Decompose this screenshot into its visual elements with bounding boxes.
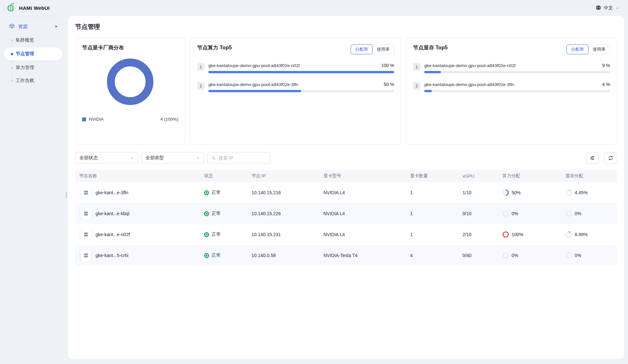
type-filter-value: 全部类型 (146, 155, 164, 161)
chevron-down-icon (130, 156, 134, 160)
caret-down-icon (54, 25, 58, 28)
usage-rate-button[interactable]: 使用率 (588, 44, 610, 54)
memory-allocation-value: 0% (575, 211, 581, 216)
ring-gauge-icon (502, 189, 509, 196)
node-ip: 10.140.0.58 (248, 253, 320, 258)
status-ok-icon (204, 190, 209, 195)
col-header-vgpu: vGPU (459, 174, 498, 179)
page-title: 节点管理 (75, 23, 617, 31)
top5-item: 2 gke-kantaloupe-demo-gpu-pool-a843f02e-… (413, 82, 610, 92)
sidebar-section-resources[interactable]: 资源 (0, 21, 67, 32)
type-filter-select[interactable]: 全部类型 (141, 152, 204, 164)
legend-value: 4 (100%) (160, 117, 178, 122)
compute-allocation-cell: 0% (498, 252, 562, 259)
sidebar-item-node-management[interactable]: 节点管理 (4, 47, 62, 61)
table-settings-button[interactable] (586, 152, 599, 164)
table-body: gke-kant...e-3fln 正常 10.140.15.216 NVIDI… (75, 182, 617, 266)
language-label: 中文 (604, 5, 613, 11)
top5-percent-value: 100 % (381, 63, 394, 68)
vgpu-value: 1/10 (459, 190, 498, 195)
col-header-status: 状态 (200, 173, 248, 179)
node-ip: 10.140.15.216 (248, 190, 320, 195)
ip-search-box (207, 152, 270, 164)
refresh-icon (608, 155, 613, 161)
node-ip: 10.140.15.231 (248, 232, 320, 237)
compute-allocation-cell: 100% (498, 231, 562, 238)
compute-rate-toggle: 分配率 使用率 (351, 44, 394, 54)
node-icon-box (80, 250, 92, 261)
progress-fill (424, 90, 432, 92)
top-bar: HAMi WebUI 中文 (0, 0, 628, 16)
node-name: gke-kant...e-3fln (96, 190, 128, 195)
status-cell: 正常 (200, 232, 248, 237)
table-row[interactable]: gke-kant...e-kbql 正常 10.140.15.226 NVIDI… (75, 203, 617, 224)
status-ok-icon (204, 232, 209, 237)
sidebar-collapse-handle[interactable] (66, 192, 67, 199)
language-selector[interactable]: 中文 (596, 5, 619, 11)
tree-dot-icon (11, 40, 13, 41)
node-name: gke-kant...e-kbql (96, 211, 130, 216)
server-node-icon (83, 190, 89, 196)
progress-track (208, 71, 394, 73)
memory-top5-list: 1 gke-kantaloupe-demo-gpu-pool-a843f02e-… (413, 63, 610, 92)
table-row[interactable]: gke-kant...e-n02f 正常 10.140.15.231 NVIDI… (75, 224, 617, 245)
progress-track (424, 90, 610, 92)
rank-badge: 2 (197, 82, 204, 90)
table-row[interactable]: gke-kant...e-3fln 正常 10.140.15.216 NVIDI… (75, 182, 617, 203)
sidebar-item-cluster-overview[interactable]: 集群概览 (0, 34, 67, 47)
progress-fill (208, 90, 301, 92)
server-node-icon (83, 211, 89, 217)
rank-badge: 1 (197, 63, 204, 71)
allocation-rate-button[interactable]: 分配率 (567, 44, 588, 54)
memory-allocation-cell: 0% (562, 210, 617, 217)
allocation-rate-button[interactable]: 分配率 (351, 44, 373, 54)
app-logo-icon (7, 3, 15, 13)
sidebar-item-label: 节点管理 (16, 51, 34, 57)
top5-item: 1 gke-kantaloupe-demo-gpu-pool-a843f02e-… (413, 63, 610, 73)
compute-allocation-value: 0% (512, 211, 518, 216)
refresh-button[interactable] (604, 152, 617, 164)
sidebar-item-label: 算力管理 (16, 65, 34, 71)
vendor-donut-chart (82, 57, 178, 106)
top5-node-name: gke-kantaloupe-demo-gpu-pool-a843f02e-3f… (424, 82, 514, 87)
compute-allocation-value: 50% (512, 190, 521, 195)
col-header-gpu-model: 显卡型号 (320, 173, 406, 179)
top5-node-name: gke-kantaloupe-demo-gpu-pool-a843f02e-n0… (208, 63, 300, 68)
col-header-node-name: 节点名称 (75, 173, 200, 179)
tree-dot-icon (11, 80, 13, 82)
sidebar-item-workloads[interactable]: 工作负载 (0, 74, 67, 87)
status-text: 正常 (212, 190, 221, 196)
chevron-down-icon (616, 6, 619, 10)
table-settings-icon (590, 155, 595, 161)
sidebar-item-compute-management[interactable]: 算力管理 (0, 61, 67, 74)
compute-top5-list: 1 gke-kantaloupe-demo-gpu-pool-a843f02e-… (197, 63, 394, 92)
status-filter-select[interactable]: 全部状态 (75, 152, 138, 164)
filter-bar: 全部状态 全部类型 (75, 152, 617, 164)
ring-gauge-icon (566, 252, 572, 259)
sidebar-tree: 集群概览 节点管理 算力管理 工作负载 (0, 34, 67, 87)
rank-badge: 1 (413, 63, 420, 71)
main-panel: 节点管理 节点显卡厂商分布 NVIDIA 4 (100%) 节点算力 Top5 (68, 16, 624, 359)
brand: HAMi WebUI (7, 3, 50, 13)
top5-percent-value: 50 % (384, 82, 394, 87)
node-name-cell: gke-kant...e-3fln (75, 187, 200, 198)
status-text: 正常 (212, 252, 221, 258)
node-icon-box (80, 229, 92, 240)
usage-rate-button[interactable]: 使用率 (373, 44, 394, 54)
ring-gauge-icon (566, 231, 572, 238)
status-text: 正常 (212, 232, 221, 237)
cube-icon (9, 23, 15, 30)
gpu-model: NVIDIA L4 (320, 190, 406, 195)
ring-gauge-icon (502, 231, 509, 238)
sidebar: 资源 集群概览 节点管理 算力管理 工作负载 (0, 16, 67, 364)
status-text: 正常 (212, 211, 221, 217)
ip-search-input[interactable] (218, 155, 266, 161)
col-header-memory-allocation: 显存分配 (562, 173, 617, 179)
legend-color-swatch (82, 117, 86, 121)
node-name-cell: gke-kant...e-n02f (75, 229, 200, 240)
status-ok-icon (204, 253, 209, 258)
table-row[interactable]: gke-kant...5-crhi 正常 10.140.0.58 NVIDIA-… (75, 245, 617, 266)
server-node-icon (83, 252, 89, 258)
memory-rate-toggle: 分配率 使用率 (567, 44, 610, 54)
card-title: 节点显存 Top5 (413, 44, 447, 51)
